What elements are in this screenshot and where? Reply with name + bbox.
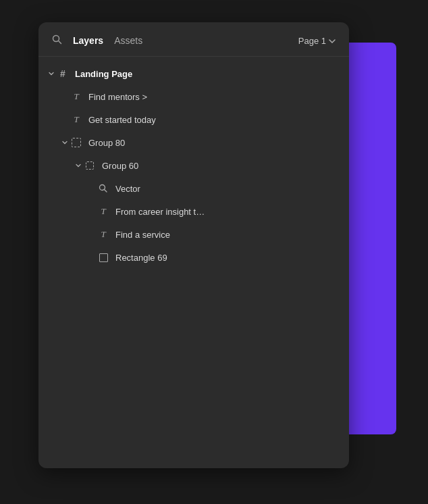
layer-item-vector[interactable]: Vector bbox=[38, 177, 349, 200]
text-icon: T bbox=[70, 114, 83, 125]
scene: Layers Assets Page 1 # Landing Page bbox=[38, 22, 390, 482]
collapse-arrow[interactable] bbox=[47, 72, 56, 76]
text-icon: T bbox=[97, 229, 110, 240]
layer-label: From career insight t… bbox=[115, 207, 205, 217]
rectangle-icon bbox=[97, 253, 110, 262]
text-icon: T bbox=[97, 206, 110, 217]
layer-label: Rectangle 69 bbox=[115, 253, 167, 263]
frame-icon: # bbox=[56, 68, 70, 79]
chevron-down-icon bbox=[329, 37, 336, 45]
vector-icon bbox=[97, 184, 110, 193]
page-label: Page 1 bbox=[298, 36, 326, 46]
layer-label: Group 60 bbox=[102, 161, 138, 171]
page-selector[interactable]: Page 1 bbox=[298, 36, 336, 46]
layer-label: Get started today bbox=[88, 115, 156, 125]
layer-list: # Landing Page T Find mentors > T Get st… bbox=[38, 57, 349, 468]
layer-item-group-60[interactable]: Group 60 bbox=[38, 154, 349, 177]
collapse-arrow[interactable] bbox=[74, 163, 83, 168]
layer-item-group-80[interactable]: Group 80 bbox=[38, 131, 349, 154]
collapse-arrow[interactable] bbox=[60, 141, 70, 145]
tab-assets[interactable]: Assets bbox=[114, 35, 142, 46]
layers-panel: Layers Assets Page 1 # Landing Page bbox=[38, 22, 349, 468]
text-icon: T bbox=[70, 91, 83, 102]
group-icon bbox=[70, 138, 83, 147]
layer-label: Landing Page bbox=[75, 69, 132, 79]
accent-background bbox=[342, 43, 396, 434]
layer-label: Find a service bbox=[115, 230, 170, 240]
layer-label: Find mentors > bbox=[88, 92, 147, 102]
layer-label: Vector bbox=[115, 184, 140, 194]
layer-item-landing-page[interactable]: # Landing Page bbox=[38, 62, 349, 85]
tab-layers[interactable]: Layers bbox=[73, 35, 103, 46]
panel-header: Layers Assets Page 1 bbox=[38, 22, 349, 57]
svg-line-3 bbox=[105, 190, 107, 192]
layer-label: Group 80 bbox=[88, 138, 125, 148]
layer-item-find-service[interactable]: T Find a service bbox=[38, 223, 349, 246]
layer-item-get-started[interactable]: T Get started today bbox=[38, 108, 349, 131]
layer-item-rectangle-69[interactable]: Rectangle 69 bbox=[38, 246, 349, 269]
group-small-icon bbox=[83, 161, 97, 170]
layer-item-from-career[interactable]: T From career insight t… bbox=[38, 200, 349, 223]
svg-point-0 bbox=[53, 36, 59, 42]
search-icon[interactable] bbox=[52, 34, 62, 47]
svg-line-1 bbox=[59, 41, 61, 44]
layer-item-find-mentors[interactable]: T Find mentors > bbox=[38, 85, 349, 108]
